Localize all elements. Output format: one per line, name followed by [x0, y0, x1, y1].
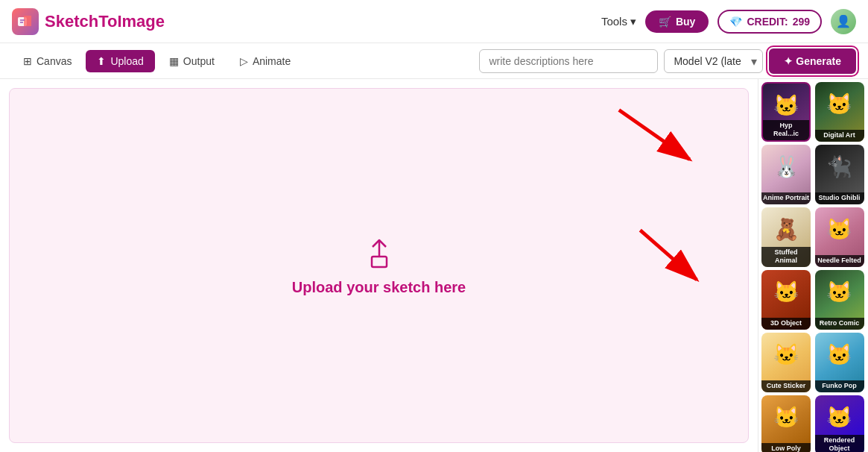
style-grid: 🐱 HypReal...ic 🐱 Digital Art 🐰 Anime Por…	[761, 82, 865, 452]
buy-label: Buy	[676, 16, 695, 28]
tab-animate-label: Animate	[253, 55, 291, 67]
style-retro-label: Retro Comic	[815, 318, 864, 330]
style-ghibli-preview: 🐈‍⬛	[815, 145, 864, 188]
animate-icon: ▷	[240, 55, 248, 67]
diamond-icon: 💎	[729, 16, 742, 28]
style-item-funko-pop[interactable]: 🐱 Funko Pop	[815, 333, 864, 392]
credit-value: 299	[793, 16, 810, 28]
upload-arrow-icon	[361, 236, 397, 271]
style-3d-preview: 🐱	[761, 270, 811, 313]
svg-line-8	[640, 230, 697, 280]
style-anime-label: Anime Portrait	[761, 192, 811, 204]
canvas-upload-area[interactable]: Upload your sketch here	[9, 88, 749, 443]
generate-button[interactable]: ✦ Generate	[769, 48, 856, 74]
style-cute-preview: 🐱	[761, 333, 811, 376]
style-needle-label: Needle Felted	[815, 255, 864, 267]
style-item-anime-portrait[interactable]: 🐰 Anime Portrait	[761, 145, 811, 204]
header-actions: Tools ▾ 🛒 Buy 💎 CREDIT: 299 👤	[601, 9, 856, 34]
style-item-needle-felted[interactable]: 🐱 Needle Felted	[815, 207, 864, 267]
output-icon: ▦	[169, 55, 179, 67]
toolbar-tabs: ⊞ Canvas ⬆ Upload ▦ Output ▷ Animate	[12, 50, 476, 72]
header: SketchToImage Tools ▾ 🛒 Buy 💎 CREDIT: 29…	[0, 0, 868, 43]
style-item-rendered-object[interactable]: 🐱 Rendered Object	[815, 395, 864, 452]
style-item-stuffed-animal[interactable]: 🧸 Stuffed Animal	[761, 207, 811, 267]
model-select[interactable]: Model V2 (late Model V1 Model V3	[664, 49, 763, 73]
style-stuffed-preview: 🧸	[761, 207, 811, 251]
tab-upload-label: Upload	[110, 55, 143, 67]
tools-chevron-icon: ▾	[630, 15, 636, 28]
tab-output[interactable]: ▦ Output	[158, 50, 226, 72]
style-rendered-label: Rendered Object	[815, 435, 864, 452]
credit-button[interactable]: 💎 CREDIT: 299	[717, 10, 822, 34]
avatar[interactable]: 👤	[831, 9, 856, 34]
cart-icon: 🛒	[659, 16, 671, 28]
style-anime-preview: 🐰	[761, 145, 811, 188]
style-item-studio-ghibli[interactable]: 🐈‍⬛ Studio Ghibli	[815, 145, 864, 204]
style-item-retro-comic[interactable]: 🐱 Retro Comic	[815, 270, 864, 330]
style-item-low-poly[interactable]: 🐱 Low Poly	[761, 395, 811, 452]
main-content: Upload your sketch here 🐱 HypReal...ic	[0, 79, 868, 452]
upload-icon: ⬆	[97, 55, 106, 67]
style-stuffed-label: Stuffed Animal	[761, 247, 811, 267]
generate-label: ✦ Generate	[784, 55, 841, 67]
tab-animate[interactable]: ▷ Animate	[229, 50, 302, 72]
style-lowpoly-preview: 🐱	[761, 395, 811, 439]
style-3d-label: 3D Object	[761, 318, 811, 330]
style-lowpoly-label: Low Poly	[761, 443, 811, 452]
credit-label: CREDIT:	[747, 16, 788, 28]
style-item-cute-sticker[interactable]: 🐱 Cute Sticker	[761, 333, 811, 392]
style-item-digital-art[interactable]: 🐱 Digital Art	[815, 82, 864, 142]
style-cute-label: Cute Sticker	[761, 380, 811, 392]
svg-marker-1	[24, 16, 31, 26]
style-rendered-preview: 🐱	[815, 395, 864, 439]
style-retro-preview: 🐱	[815, 270, 864, 313]
logo-area: SketchToImage	[12, 8, 165, 35]
style-digital-preview: 🐱	[815, 82, 864, 125]
tools-label: Tools	[601, 15, 627, 28]
upload-prompt: Upload your sketch here	[292, 236, 466, 296]
style-item-3d-object[interactable]: 🐱 3D Object	[761, 270, 811, 330]
app-logo-icon	[12, 8, 39, 35]
style-digital-label: Digital Art	[815, 130, 864, 142]
tab-canvas-label: Canvas	[37, 55, 72, 67]
tools-button[interactable]: Tools ▾	[601, 15, 636, 28]
svg-line-7	[619, 110, 690, 159]
upload-text: Upload your sketch here	[292, 279, 466, 296]
style-panel: 🐱 HypReal...ic 🐱 Digital Art 🐰 Anime Por…	[758, 79, 868, 452]
svg-rect-4	[372, 257, 387, 267]
model-select-wrapper: Model V2 (late Model V1 Model V3	[664, 49, 763, 73]
buy-button[interactable]: 🛒 Buy	[645, 10, 709, 33]
style-item-hyper-realistic[interactable]: 🐱 HypReal...ic	[761, 82, 811, 142]
toolbar-actions: Model V2 (late Model V1 Model V3 ✦ Gener…	[479, 48, 856, 74]
style-funko-preview: 🐱	[815, 333, 864, 376]
description-input[interactable]	[479, 49, 658, 73]
toolbar: ⊞ Canvas ⬆ Upload ▦ Output ▷ Animate Mod…	[0, 43, 868, 79]
style-needle-preview: 🐱	[815, 207, 864, 251]
avatar-image: 👤	[831, 9, 856, 34]
style-hyper-label: HypReal...ic	[763, 120, 809, 140]
app-title: SketchToImage	[45, 12, 165, 31]
tab-output-label: Output	[183, 55, 215, 67]
style-funko-label: Funko Pop	[815, 380, 864, 392]
canvas-grid-icon: ⊞	[23, 55, 32, 67]
tab-upload[interactable]: ⬆ Upload	[86, 50, 154, 72]
tab-canvas[interactable]: ⊞ Canvas	[12, 50, 83, 72]
style-ghibli-label: Studio Ghibli	[815, 192, 864, 204]
